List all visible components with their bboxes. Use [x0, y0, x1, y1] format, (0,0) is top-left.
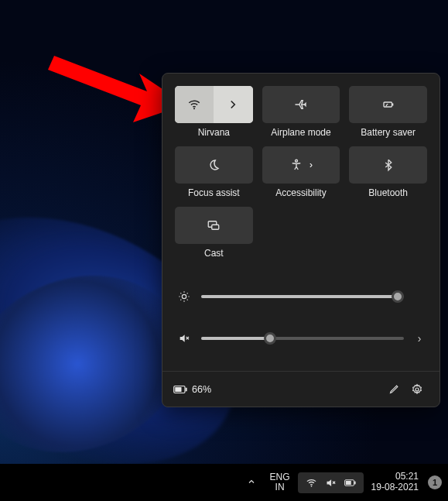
airplane-mode-tile[interactable]	[262, 86, 340, 123]
svg-point-7	[182, 294, 186, 298]
brightness-fill	[201, 295, 398, 298]
svg-point-1	[193, 108, 195, 109]
chevron-right-icon	[226, 98, 240, 112]
sliders-section: ›	[175, 280, 427, 365]
bluetooth-icon	[381, 158, 395, 172]
svg-point-4	[295, 160, 297, 162]
battery-icon	[344, 477, 356, 489]
wifi-toggle[interactable]	[175, 86, 214, 123]
chevron-up-icon	[247, 477, 256, 486]
svg-rect-15	[345, 481, 351, 485]
moon-icon	[207, 158, 221, 172]
language-switcher[interactable]: ENG IN	[264, 472, 296, 492]
battery-icon	[173, 385, 187, 394]
system-tray-button[interactable]	[298, 472, 364, 493]
notification-count-badge[interactable]: 1	[428, 475, 442, 489]
accessibility-icon	[289, 158, 303, 172]
gear-icon	[411, 383, 423, 396]
airplane-icon	[294, 98, 308, 112]
battery-saver-tile-wrap: Battery saver	[349, 86, 427, 137]
cast-label: Cast	[204, 249, 224, 258]
language-bottom: IN	[270, 482, 290, 492]
focus-assist-tile-wrap: Focus assist	[175, 146, 253, 197]
clock-date: 19-08-2021	[371, 482, 419, 493]
volume-expand-button[interactable]: ›	[413, 332, 426, 345]
volume-thumb[interactable]	[264, 332, 276, 345]
airplane-tile-wrap: Airplane mode	[262, 86, 340, 137]
focus-assist-tile[interactable]	[175, 146, 253, 184]
volume-muted-icon	[176, 332, 192, 345]
wifi-label: Nirvana	[198, 128, 230, 137]
battery-percent-text: 66%	[192, 384, 211, 395]
cast-icon	[207, 218, 221, 232]
taskbar: ENG IN 05:21 19-08-2021 1	[0, 464, 448, 501]
bluetooth-tile[interactable]	[349, 146, 427, 184]
tray-overflow-button[interactable]	[241, 477, 262, 489]
svg-point-12	[310, 486, 312, 487]
panel-footer: 66%	[162, 371, 439, 407]
quick-settings-tiles: Nirvana Airplane mode Battery saver Focu…	[175, 86, 427, 258]
svg-rect-6	[212, 225, 219, 229]
brightness-icon	[176, 290, 192, 303]
volume-slider-row: ›	[176, 324, 426, 352]
wifi-expand[interactable]	[214, 86, 252, 123]
svg-rect-3	[392, 104, 394, 106]
wifi-icon	[306, 477, 317, 489]
brightness-slider-row	[176, 283, 426, 311]
wifi-tile-wrap: Nirvana	[175, 86, 253, 137]
volume-muted-icon	[325, 477, 337, 489]
svg-rect-14	[354, 481, 356, 484]
airplane-label: Airplane mode	[271, 128, 330, 137]
pencil-icon	[388, 383, 400, 395]
bluetooth-label: Bluetooth	[368, 188, 408, 197]
quick-settings-panel: Nirvana Airplane mode Battery saver Focu…	[162, 73, 440, 407]
wifi-icon	[187, 98, 201, 112]
volume-fill	[201, 337, 270, 340]
volume-slider[interactable]	[201, 337, 404, 340]
edit-quick-settings-button[interactable]	[382, 378, 405, 401]
cast-tile[interactable]	[175, 207, 253, 244]
settings-button[interactable]	[405, 378, 429, 401]
accessibility-label: Accessibility	[275, 188, 326, 197]
wifi-tile[interactable]	[175, 86, 253, 123]
clock-time: 05:21	[371, 472, 419, 482]
svg-rect-10	[175, 387, 181, 392]
brightness-thumb[interactable]	[392, 290, 404, 303]
bluetooth-tile-wrap: Bluetooth	[349, 146, 427, 197]
battery-saver-tile[interactable]	[349, 86, 427, 123]
focus-assist-label: Focus assist	[188, 188, 240, 197]
brightness-slider[interactable]	[201, 295, 404, 298]
chevron-right-icon: ›	[309, 160, 313, 170]
svg-rect-9	[186, 387, 187, 391]
cast-tile-wrap: Cast	[175, 207, 253, 258]
battery-saver-icon	[381, 98, 395, 112]
accessibility-tile-wrap: › Accessibility	[262, 146, 340, 197]
taskbar-clock[interactable]: 05:21 19-08-2021	[365, 472, 425, 493]
accessibility-tile[interactable]: ›	[262, 146, 340, 184]
svg-point-11	[416, 388, 419, 391]
battery-saver-label: Battery saver	[361, 128, 416, 137]
